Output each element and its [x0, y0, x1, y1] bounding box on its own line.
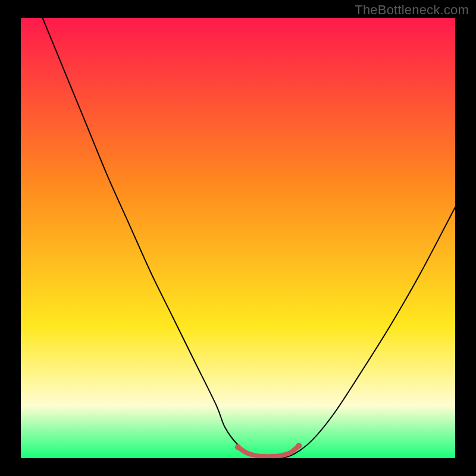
chart-svg — [21, 18, 455, 458]
watermark-text: TheBottleneck.com — [355, 2, 469, 18]
gradient-background — [21, 18, 455, 458]
optimal-range-marker-dot-right — [296, 443, 302, 449]
chart-frame: TheBottleneck.com — [0, 0, 476, 476]
bottleneck-chart — [21, 18, 455, 458]
optimal-range-marker-dot-left — [235, 444, 241, 450]
